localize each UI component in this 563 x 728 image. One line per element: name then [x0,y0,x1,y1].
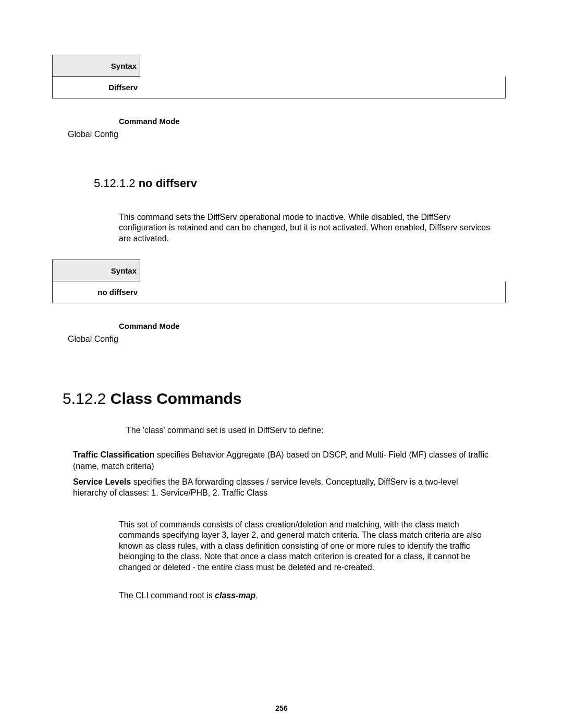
section-number: 5.12.1.2 [94,177,136,190]
command-mode-label: Command Mode [119,322,506,330]
section-heading-no-diffserv: 5.12.1.2 no diffserv [94,177,506,190]
section-no-diffserv-body: This command sets the DiffServ operation… [119,212,500,244]
document-page: Syntax Diffserv Command Mode Global Conf… [0,0,563,728]
syntax-header-label: Syntax [111,61,137,70]
command-mode-label: Command Mode [119,117,506,126]
cli-root: class-map [215,591,255,600]
section-number: 5.12.2 [63,390,106,407]
syntax-value-cell: no diffserv [53,288,141,297]
class-commands-body: This set of commands consists of class c… [119,520,495,573]
syntax-header-label: Syntax [111,266,137,275]
class-commands-intro: The 'class' command set is used in DiffS… [126,426,506,435]
section-title: no diffserv [139,177,197,190]
definition-term: Traffic Classification [73,450,155,459]
syntax-table-diffserv: Syntax Diffserv [52,55,506,98]
cli-suffix: . [255,591,258,600]
syntax-value-cell: Diffserv [53,83,141,92]
syntax-value-row: no diffserv [52,281,506,303]
cli-root-note: The CLI command root is class-map. [119,591,506,600]
section-heading-class-commands: 5.12.2 Class Commands [63,390,506,408]
definition-body: specifies the BA forwarding classes / se… [73,477,458,498]
syntax-table-no-diffserv: Syntax no diffserv [52,260,506,303]
page-number: 256 [0,704,563,712]
cli-prefix: The CLI command root is [119,591,215,600]
definition-traffic-classification: Traffic Classification specifies Behavio… [73,449,490,472]
definition-service-levels: Service Levels specifies the BA forwardi… [73,476,490,499]
syntax-header-cell: Syntax [52,55,140,77]
command-mode-value: Global Config [68,335,506,344]
command-mode-value: Global Config [68,130,506,139]
section-title: Class Commands [111,390,242,407]
syntax-header-cell: Syntax [52,260,140,281]
definition-term: Service Levels [73,477,131,486]
syntax-value-row: Diffserv [52,77,506,98]
